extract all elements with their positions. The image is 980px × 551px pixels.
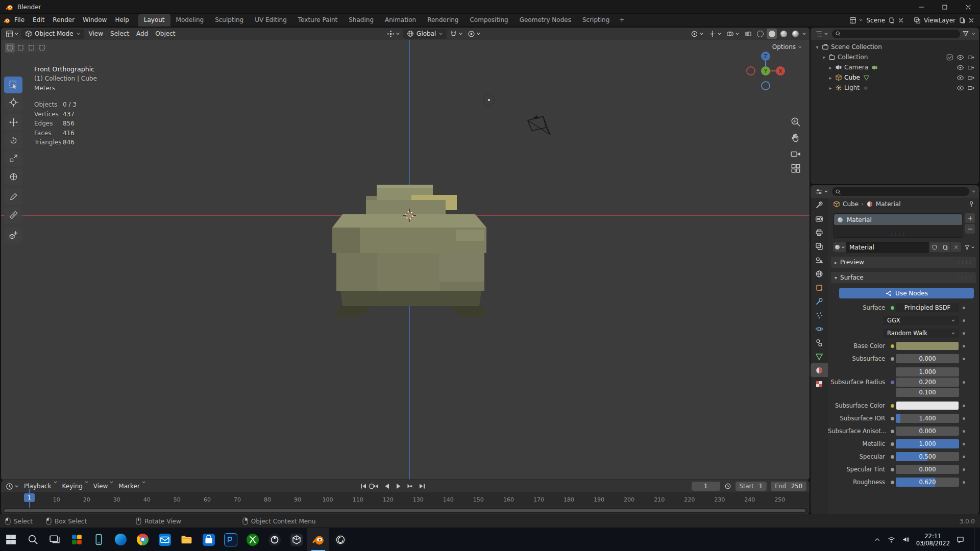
select-mode-extend-button[interactable] [16, 43, 26, 53]
properties-tab-render[interactable] [811, 212, 828, 226]
tool-annotate[interactable] [4, 188, 22, 205]
taskbar-chrome-button[interactable] [132, 528, 154, 551]
show-gizmo-button[interactable] [707, 29, 723, 39]
snap-toggle-button[interactable] [448, 29, 464, 39]
disable-in-renders-toggle[interactable] [967, 74, 975, 82]
taskbar-phone-button[interactable] [88, 528, 110, 551]
properties-tab-output[interactable] [811, 226, 828, 239]
breadcrumb-object[interactable]: Cube [843, 201, 859, 208]
viewport-menu-select[interactable]: Select [107, 28, 133, 40]
hide-in-viewport-toggle[interactable] [957, 64, 964, 71]
pin-icon[interactable] [968, 201, 975, 208]
outliner-search-input[interactable] [832, 30, 960, 38]
workspace-tab-sculpting[interactable]: Sculpting [209, 14, 249, 27]
slider-field[interactable]: 0.000 [896, 465, 959, 474]
prev-keyframe-button[interactable] [370, 482, 380, 491]
tray-expand-icon[interactable] [873, 536, 881, 543]
play-button[interactable] [394, 482, 404, 491]
surface-panel-header[interactable]: ▾ Surface : : : : [831, 272, 976, 283]
viewlayer-name[interactable]: ViewLayer [924, 17, 955, 24]
select-mode-subtract-button[interactable] [27, 43, 36, 53]
frame-end-field[interactable]: End 250 [771, 482, 806, 491]
jump-end-button[interactable] [417, 482, 427, 491]
slider-field[interactable]: 0.000 [896, 427, 959, 436]
menu-window[interactable]: Window [79, 14, 111, 27]
menu-help[interactable]: Help [111, 14, 133, 27]
breadcrumb-data[interactable]: Material [876, 201, 901, 208]
tool-box-select[interactable] [4, 77, 22, 93]
color-swatch-field[interactable] [896, 401, 959, 410]
object-visibility-button[interactable] [689, 29, 705, 39]
use-nodes-button[interactable]: Use Nodes [839, 288, 974, 298]
unlink-material-button[interactable] [951, 242, 961, 252]
viewport-menu-view[interactable]: View [85, 28, 107, 40]
material-slot-list[interactable]: Material : : : : [833, 213, 963, 238]
select-mode-intersect-button[interactable] [37, 43, 47, 53]
disable-in-renders-toggle[interactable] [967, 84, 975, 92]
taskbar-search-button[interactable] [22, 528, 44, 551]
workspace-tab-texture-paint[interactable]: Texture Paint [292, 14, 343, 27]
properties-tab-material[interactable] [811, 363, 828, 377]
disable-in-renders-toggle[interactable] [967, 54, 975, 61]
tool-transform[interactable] [4, 168, 22, 185]
timeline-menu-view[interactable]: View [90, 480, 111, 492]
taskbar-obs-button[interactable] [263, 528, 285, 551]
taskbar-widgets-button[interactable] [66, 528, 88, 551]
slider-field[interactable]: 0.620 [896, 478, 959, 487]
next-keyframe-button[interactable] [405, 482, 415, 491]
workspace-tab-shading[interactable]: Shading [343, 14, 379, 27]
show-overlays-button[interactable] [725, 29, 741, 39]
workspace-tab-modeling[interactable]: Modeling [170, 14, 210, 27]
decorator-dot[interactable] [963, 468, 965, 471]
decorator-dot[interactable] [963, 417, 965, 420]
shading-solid-button[interactable] [767, 29, 777, 39]
tool-rotate[interactable] [4, 132, 22, 149]
decorator-dot[interactable] [963, 345, 965, 347]
outliner-row-cube[interactable]: ▸Cube [811, 72, 979, 83]
decorator-dot[interactable] [963, 443, 965, 445]
filter-funnel-icon[interactable] [962, 30, 969, 37]
transform-orientation-selector[interactable]: Global [403, 29, 447, 39]
clock[interactable]: 22:11 03/08/2022 [916, 533, 950, 547]
slider-field[interactable]: 0.000 [896, 354, 959, 363]
outliner-editor-type-button[interactable] [814, 29, 830, 39]
decorator-dot[interactable] [963, 319, 965, 322]
taskbar-xbox-button[interactable] [241, 528, 263, 551]
properties-tab-view-layer[interactable] [811, 239, 828, 253]
properties-tab-texture[interactable] [811, 377, 828, 391]
current-frame-field[interactable]: 1 [692, 482, 720, 491]
taskbar-store-button[interactable] [198, 528, 219, 551]
decorator-dot[interactable] [963, 456, 965, 458]
chevron-down-icon[interactable] [859, 18, 863, 22]
expander-icon[interactable]: ▸ [828, 75, 833, 81]
duplicate-material-button[interactable] [940, 242, 950, 252]
tool-scale[interactable] [4, 150, 22, 167]
close-button[interactable] [957, 0, 980, 14]
expander-icon[interactable]: ▾ [821, 55, 826, 60]
workspace-tab-scripting[interactable]: Scripting [577, 14, 615, 27]
preview-panel-header[interactable]: ▸ Preview : : : : [831, 257, 976, 268]
browse-material-button[interactable] [833, 242, 846, 252]
material-slot[interactable]: Material [834, 214, 962, 225]
preview-range-icon[interactable] [724, 483, 731, 490]
workspace-tab-geometry-nodes[interactable]: Geometry Nodes [514, 14, 577, 27]
frame-start-field[interactable]: Start 1 [736, 482, 767, 491]
slider-field[interactable]: 1.400 [896, 414, 959, 423]
options-dropdown[interactable]: Options [772, 43, 802, 51]
outliner-row-light[interactable]: ▸Light [811, 83, 979, 93]
timeline-editor-type-button[interactable] [4, 481, 20, 491]
decorator-dot[interactable] [963, 332, 965, 335]
taskbar-task-view-button[interactable] [44, 528, 66, 551]
properties-tab-world[interactable] [811, 267, 828, 281]
timeline-menu-marker[interactable]: Marker [115, 480, 143, 492]
toggle-ortho-button[interactable] [790, 163, 801, 174]
surface-shader-selector[interactable]: Principled BSDF [896, 303, 959, 312]
taskbar-unity-hub-button[interactable] [285, 528, 307, 551]
decorator-dot[interactable] [963, 307, 965, 309]
blender-menu-icon[interactable] [3, 17, 10, 24]
properties-tab-particles[interactable] [811, 308, 828, 322]
scene-name[interactable]: Scene [866, 17, 885, 24]
taskbar-photoshop-button[interactable] [219, 528, 241, 551]
slider-field[interactable]: 0.500 [896, 452, 959, 461]
tool-cursor[interactable] [4, 94, 22, 111]
